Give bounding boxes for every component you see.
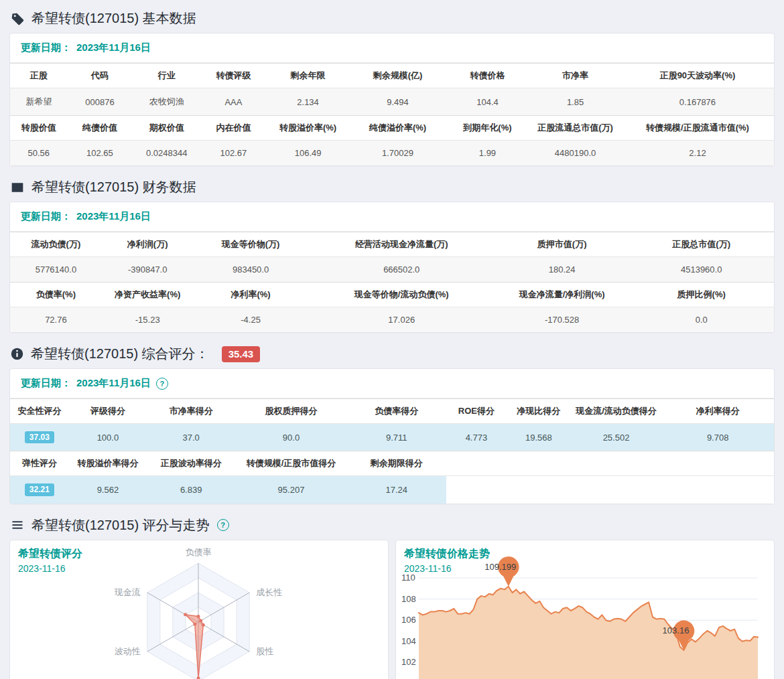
cell-value: 4480190.0 <box>529 141 621 166</box>
cell-value: 农牧饲渔 <box>132 88 201 116</box>
column-header: 正股 <box>10 64 68 88</box>
update-date-value: 2023年11月16日 <box>76 377 151 390</box>
cell-value: -15.23 <box>102 307 194 333</box>
table-header-row: 安全性评分评级得分市净率得分股权质押得分负债率得分ROE得分净现比得分现金流/流… <box>10 399 774 424</box>
cell-value: 1.99 <box>446 141 529 166</box>
column-header: 内在价值 <box>201 116 266 141</box>
score-panel: 更新日期： 2023年11月16日 ? 安全性评分评级得分市净率得分股权质押得分… <box>9 368 775 504</box>
table-header-row: 负债率(%)净资产收益率(%)净利率(%)现金等价物/流动负债(%)现金净流量/… <box>10 283 774 307</box>
column-header: 到期年化(%) <box>446 116 529 141</box>
marker-value-label: 103.16 <box>663 625 690 635</box>
cell-value: 90.0 <box>235 424 346 451</box>
column-header: 转债规模/正股市值得分 <box>235 451 346 476</box>
section-score-title: 希望转债(127015) 综合评分： <box>31 345 209 363</box>
section-score-header: 希望转债(127015) 综合评分： 35.43 <box>9 337 775 368</box>
cell-value: -170.528 <box>495 307 629 333</box>
table-value-row: 新希望000876农牧饲渔AAA2.1349.494104.41.850.167… <box>10 88 774 116</box>
cell-value: 37.03 <box>10 424 69 451</box>
table-value-row: 32.219.5626.83995.20717.24 <box>10 476 774 504</box>
column-header: 代码 <box>68 64 133 88</box>
column-header: 质押市值(万) <box>495 232 629 257</box>
column-header: 市净率得分 <box>147 399 235 424</box>
radar-axis-label: 负债率 <box>186 547 212 557</box>
column-header: 纯债溢价率(%) <box>350 116 446 141</box>
column-header: 现金等价物(万) <box>194 232 308 257</box>
update-date-label: 更新日期： <box>21 377 71 390</box>
cell-value: 9.708 <box>661 424 774 451</box>
table-value-row: 5776140.0-390847.0983450.0666502.0180.24… <box>10 257 774 283</box>
cell-value: 102.67 <box>201 141 266 166</box>
column-header: 净资产收益率(%) <box>102 283 194 307</box>
column-header: 正股流通总市值(万) <box>529 116 621 141</box>
cell-value: 180.24 <box>495 257 629 283</box>
column-header: 流动负债(万) <box>10 232 102 257</box>
column-header: 转债规模/正股流通市值(%) <box>621 116 774 141</box>
radar-axis-label: 股性 <box>256 646 273 656</box>
cell-value: 新希望 <box>10 88 68 116</box>
section-financial-title: 希望转债(127015) 财务数据 <box>31 178 196 196</box>
column-header: 正股波动率得分 <box>147 451 235 476</box>
column-header: 弹性评分 <box>10 451 69 476</box>
radar-card-title: 希望转债评分 <box>18 547 82 561</box>
cell-value: 666502.0 <box>308 257 495 283</box>
table-value-row: 50.56102.650.0248344102.67106.491.700291… <box>10 141 774 166</box>
financial-data-table: 流动负债(万)净利润(万)现金等价物(万)经营活动现金净流量(万)质押市值(万)… <box>10 232 774 332</box>
score-data-table: 安全性评分评级得分市净率得分股权质押得分负债率得分ROE得分净现比得分现金流/流… <box>10 398 774 504</box>
column-header: 现金等价物/流动负债(%) <box>308 283 495 307</box>
column-header: 行业 <box>132 64 201 88</box>
financial-update-date: 更新日期： 2023年11月16日 <box>10 202 774 232</box>
update-date-label: 更新日期： <box>21 210 71 223</box>
cell-value: 4.773 <box>446 424 507 451</box>
column-header: 净利率(%) <box>194 283 308 307</box>
cell-value: 4513960.0 <box>629 257 774 283</box>
cell-value: 100.0 <box>69 424 147 451</box>
tag-icon <box>11 12 24 25</box>
empty-cell <box>446 476 774 504</box>
cell-value: 000876 <box>68 88 133 116</box>
basic-data-table: 正股代码行业转债评级剩余年限剩余规模(亿)转债价格市净率正股90天波动率(%)新… <box>10 63 774 165</box>
cell-value: -390847.0 <box>102 257 194 283</box>
help-icon[interactable]: ? <box>217 519 229 531</box>
column-header: 市净率 <box>529 64 621 88</box>
table-value-row: 72.76-15.23-4.2517.026-170.5280.0 <box>10 307 774 333</box>
help-icon[interactable]: ? <box>156 378 168 390</box>
table-header-row: 流动负债(万)净利润(万)现金等价物(万)经营活动现金净流量(万)质押市值(万)… <box>10 232 774 257</box>
column-header: 负债率得分 <box>347 399 446 424</box>
column-header: 经营活动现金净流量(万) <box>308 232 495 257</box>
column-header: 净利润(万) <box>102 232 194 257</box>
update-date-value: 2023年11月16日 <box>76 210 151 223</box>
cell-value: 1.70029 <box>350 141 446 166</box>
column-header: 正股90天波动率(%) <box>621 64 774 88</box>
y-axis-label: 102 <box>401 657 416 667</box>
cell-value: 37.0 <box>147 424 235 451</box>
price-trend-chart: 1001021041061081102023-07-062023-07-2820… <box>396 540 775 679</box>
column-header: 股权质押得分 <box>235 399 346 424</box>
price-card: 希望转债价格走势 2023-11-16 10010210410610811020… <box>395 540 775 679</box>
price-card-date: 2023-11-16 <box>404 563 452 574</box>
section-trend-title: 希望转债(127015) 评分与走势 <box>31 516 210 534</box>
table-header-row: 正股代码行业转债评级剩余年限剩余规模(亿)转债价格市净率正股90天波动率(%) <box>10 64 774 88</box>
column-header: 剩余年限 <box>266 64 350 88</box>
cell-value: 72.76 <box>10 307 102 333</box>
column-header: 质押比例(%) <box>629 283 774 307</box>
column-header: 现金流/流动负债得分 <box>571 399 662 424</box>
total-score-badge: 35.43 <box>222 346 261 362</box>
column-header: 评级得分 <box>69 399 147 424</box>
y-axis-label: 108 <box>401 593 416 603</box>
score-badge: 37.03 <box>25 431 54 443</box>
marker-value-label: 109.199 <box>484 561 516 571</box>
info-icon <box>11 348 23 360</box>
cell-value: AAA <box>201 88 266 116</box>
cell-value: 9.711 <box>347 424 446 451</box>
column-header: 转股溢价率得分 <box>69 451 147 476</box>
section-basic-header: 希望转债(127015) 基本数据 <box>9 1 775 33</box>
update-date-value: 2023年11月16日 <box>76 42 151 54</box>
column-header: 正股总市值(万) <box>629 232 774 257</box>
table-header-row: 弹性评分转股溢价率得分正股波动率得分转债规模/正股市值得分剩余期限得分 <box>10 451 774 476</box>
column-header: 剩余期限得分 <box>347 451 446 476</box>
table-header-row: 转股价值纯债价值期权价值内在价值转股溢价率(%)纯债溢价率(%)到期年化(%)正… <box>10 116 774 141</box>
cell-value: 25.502 <box>571 424 662 451</box>
radar-axis-label: 成长性 <box>256 587 282 597</box>
cell-value: 32.21 <box>10 476 69 504</box>
page: 希望转债(127015) 基本数据 更新日期： 2023年11月16日 正股代码… <box>0 0 784 679</box>
